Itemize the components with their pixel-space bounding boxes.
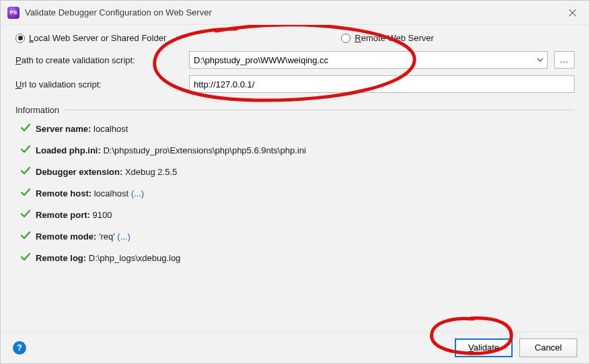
info-value: 9100 xyxy=(93,210,112,220)
check-icon xyxy=(21,252,30,264)
remote-server-radio[interactable]: Remote Web Server xyxy=(341,33,434,43)
window-title: Validate Debugger Configuration on Web S… xyxy=(25,7,212,17)
info-value: localhost xyxy=(94,188,128,198)
validate-button[interactable]: Validate xyxy=(455,338,513,357)
local-server-label: ocal Web Server or Shared Folder xyxy=(34,33,166,43)
radio-icon xyxy=(341,34,351,43)
info-item: Loaded php.ini: D:\phpstudy_pro\Extensio… xyxy=(21,145,575,157)
info-text: Server name: localhost xyxy=(36,123,128,135)
radio-icon xyxy=(15,34,25,43)
path-combobox[interactable] xyxy=(189,51,548,69)
info-text: Remote mode: 'req' (...) xyxy=(36,231,131,243)
chevron-down-icon[interactable] xyxy=(533,51,548,69)
info-item: Server name: localhost xyxy=(21,123,575,135)
info-label: Loaded php.ini: xyxy=(36,145,101,155)
check-icon xyxy=(21,188,30,200)
info-value: localhost xyxy=(94,124,128,134)
check-icon xyxy=(21,166,30,178)
info-label: Remote mode: xyxy=(36,231,96,242)
path-label: ath to create validation script: xyxy=(22,55,135,65)
local-server-radio[interactable]: Local Web Server or Shared Folder xyxy=(15,33,166,43)
app-icon: PS xyxy=(7,7,20,19)
check-icon xyxy=(21,209,30,221)
info-link[interactable]: (...) xyxy=(117,231,131,242)
info-label: Remote host: xyxy=(36,188,91,198)
server-type-radio-row: Local Web Server or Shared Folder Remote… xyxy=(15,33,575,43)
info-text: Debugger extension: Xdebug 2.5.5 xyxy=(36,166,177,178)
information-list: Server name: localhostLoaded php.ini: D:… xyxy=(15,123,575,264)
path-input[interactable] xyxy=(189,51,533,69)
url-label: rl to validation script: xyxy=(22,79,102,89)
browse-button[interactable]: ... xyxy=(554,51,575,69)
check-icon xyxy=(21,231,30,243)
url-input[interactable] xyxy=(189,75,575,93)
remote-server-label: emote Web Server xyxy=(361,33,434,43)
info-item: Remote mode: 'req' (...) xyxy=(21,231,575,243)
info-label: Debugger extension: xyxy=(36,167,122,177)
content-area: Local Web Server or Shared Folder Remote… xyxy=(1,25,589,332)
info-item: Remote host: localhost (...) xyxy=(21,188,575,200)
check-icon xyxy=(21,145,30,157)
path-row: Path to create validation script: ... xyxy=(15,51,575,69)
info-link[interactable]: (...) xyxy=(131,188,145,198)
information-section-header: Information xyxy=(15,105,575,115)
info-value: D:\phpstudy_pro\Extensions\php\php5.6.9n… xyxy=(103,145,305,155)
information-label: Information xyxy=(15,105,59,115)
info-text: Loaded php.ini: D:\phpstudy_pro\Extensio… xyxy=(36,145,306,157)
info-text: Remote port: 9100 xyxy=(36,209,112,221)
info-text: Remote host: localhost (...) xyxy=(36,188,144,200)
url-row: Url to validation script: xyxy=(15,75,575,93)
dialog-window: PS Validate Debugger Configuration on We… xyxy=(0,0,590,364)
check-icon xyxy=(21,123,30,135)
info-value: Xdebug 2.5.5 xyxy=(125,167,177,177)
info-value: 'req' xyxy=(99,231,115,242)
info-label: Remote log: xyxy=(36,253,86,263)
titlebar: PS Validate Debugger Configuration on We… xyxy=(1,1,589,25)
help-icon[interactable]: ? xyxy=(13,341,26,355)
info-item: Remote port: 9100 xyxy=(21,209,575,221)
close-icon[interactable] xyxy=(561,3,584,22)
button-bar: ? Validate Cancel xyxy=(1,331,589,363)
info-label: Remote port: xyxy=(36,210,90,220)
divider xyxy=(65,110,575,110)
info-value: D:\php_logs\xdebug.log xyxy=(89,253,181,263)
info-text: Remote log: D:\php_logs\xdebug.log xyxy=(36,252,180,264)
info-item: Remote log: D:\php_logs\xdebug.log xyxy=(21,252,575,264)
info-label: Server name: xyxy=(36,124,91,134)
info-item: Debugger extension: Xdebug 2.5.5 xyxy=(21,166,575,178)
cancel-button[interactable]: Cancel xyxy=(519,338,577,357)
